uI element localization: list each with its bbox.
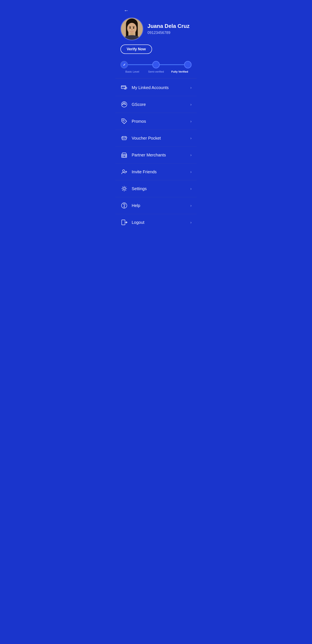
svg-point-26 — [123, 188, 125, 190]
verify-now-section: Verify Now — [120, 44, 152, 54]
progress-label-full: Fully Verified — [168, 70, 192, 73]
voucher-icon — [120, 134, 128, 142]
menu-list: My Linked Accounts › GScore › Promos › — [116, 79, 196, 231]
menu-item-help[interactable]: Help › — [116, 197, 196, 214]
profile-phone: 09123456789 — [148, 30, 192, 35]
promos-icon — [120, 118, 128, 125]
chevron-icon-linked-accounts: › — [190, 86, 192, 90]
logout-icon — [120, 218, 128, 226]
svg-rect-22 — [125, 156, 126, 156]
svg-point-13 — [122, 104, 123, 105]
credit-card-icon — [120, 84, 128, 91]
section-divider — [116, 78, 196, 78]
chevron-icon-promos: › — [190, 119, 192, 124]
svg-rect-20 — [123, 156, 125, 158]
menu-label-logout: Logout — [132, 220, 186, 225]
svg-rect-9 — [121, 86, 126, 88]
chevron-icon-voucher-pocket: › — [190, 136, 192, 140]
menu-label-invite-friends: Invite Friends — [132, 170, 186, 174]
menu-item-promos[interactable]: Promos › — [116, 113, 196, 130]
progress-dots: ✓ — [120, 61, 192, 68]
progress-label-semi: Semi-verified — [144, 70, 168, 73]
progress-labels: Basic Level Semi-verified Fully Verified — [120, 70, 192, 73]
menu-label-linked-accounts: My Linked Accounts — [132, 85, 186, 90]
verify-now-button[interactable]: Verify Now — [120, 44, 152, 54]
verification-progress: ✓ Basic Level Semi-verified Fully Verifi… — [116, 59, 196, 78]
svg-line-15 — [124, 121, 125, 122]
chevron-icon-help: › — [190, 204, 192, 208]
chevron-icon-partner-merchants: › — [190, 153, 192, 157]
profile-name: Juana Dela Cruz — [148, 23, 192, 29]
back-button[interactable]: ← — [120, 3, 192, 16]
help-icon — [120, 202, 128, 209]
menu-label-partner-merchants: Partner Merchants — [132, 153, 186, 158]
back-arrow-icon: ← — [124, 8, 129, 13]
chevron-icon-settings: › — [190, 186, 192, 191]
chevron-icon-logout: › — [190, 220, 192, 225]
svg-point-8 — [133, 27, 134, 29]
menu-item-settings[interactable]: Settings › — [116, 180, 196, 197]
progress-dot-semi — [152, 61, 160, 68]
svg-point-16 — [122, 137, 123, 138]
svg-rect-29 — [122, 220, 125, 225]
gscore-icon — [120, 101, 128, 108]
menu-item-invite-friends[interactable]: Invite Friends › — [116, 164, 196, 180]
menu-label-settings: Settings — [132, 186, 186, 191]
menu-label-help: Help — [132, 203, 186, 208]
profile-info: Juana Dela Cruz 09123456789 — [148, 23, 192, 35]
svg-point-14 — [123, 120, 124, 121]
menu-item-linked-accounts[interactable]: My Linked Accounts › — [116, 79, 196, 96]
settings-icon — [120, 185, 128, 192]
svg-rect-19 — [122, 154, 127, 158]
svg-point-7 — [130, 27, 131, 29]
chevron-icon-gscore: › — [190, 102, 192, 107]
avatar — [120, 18, 143, 40]
invite-icon — [120, 168, 128, 176]
menu-label-gscore: GScore — [132, 102, 186, 107]
menu-item-voucher-pocket[interactable]: Voucher Pocket › — [116, 130, 196, 147]
menu-label-voucher-pocket: Voucher Pocket — [132, 136, 186, 140]
checkmark-icon: ✓ — [123, 63, 126, 67]
progress-dot-full — [184, 61, 192, 68]
menu-item-gscore[interactable]: GScore › — [116, 96, 196, 113]
progress-dot-basic: ✓ — [120, 61, 128, 68]
menu-item-logout[interactable]: Logout › — [116, 214, 196, 231]
profile-section: Juana Dela Cruz 09123456789 — [116, 16, 196, 44]
menu-label-promos: Promos — [132, 119, 186, 124]
menu-item-partner-merchants[interactable]: Partner Merchants › — [116, 147, 196, 164]
header: ← — [116, 0, 196, 16]
progress-label-basic: Basic Level — [120, 70, 144, 73]
svg-point-23 — [122, 170, 124, 172]
merchants-icon — [120, 151, 128, 159]
svg-point-17 — [126, 137, 127, 138]
chevron-icon-invite-friends: › — [190, 170, 192, 174]
svg-rect-21 — [122, 156, 123, 156]
svg-point-28 — [124, 207, 124, 208]
